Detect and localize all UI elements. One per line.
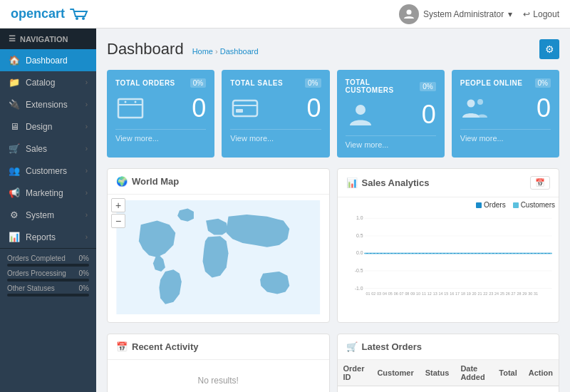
col-status: Status (420, 360, 455, 386)
svg-text:1.0: 1.0 (356, 215, 363, 220)
marketing-icon: 📢 (9, 187, 20, 198)
table-row-no-results: No results! (338, 386, 559, 393)
svg-text:15: 15 (444, 292, 448, 296)
status-bar-other-statuses: Other Statuses 0% (7, 284, 89, 296)
card-title: PEOPLE ONLINE (460, 79, 523, 87)
sidebar-item-label: Catalog (26, 78, 55, 88)
svg-text:22: 22 (483, 292, 487, 296)
sidebar-item-label: Customers (26, 166, 67, 176)
svg-text:28: 28 (517, 292, 521, 296)
svg-text:29: 29 (522, 292, 527, 296)
svg-text:24: 24 (494, 292, 499, 296)
svg-text:-1.0: -1.0 (354, 286, 363, 291)
sales-analytics-title: 📊 Sales Analytics (346, 177, 430, 188)
svg-point-4 (125, 101, 127, 103)
breadcrumb-current[interactable]: Dashboard (220, 47, 259, 56)
person-icon (346, 100, 375, 130)
stat-card-total-orders: TOTAL ORDERS 0% 0 View more... (107, 70, 214, 158)
svg-text:20: 20 (472, 292, 476, 296)
svg-text:11: 11 (421, 292, 425, 296)
view-more-link[interactable]: View more... (346, 135, 436, 149)
orders-icon: 🛒 (346, 341, 358, 352)
card-pct: 0% (535, 78, 551, 88)
date-range-button[interactable]: 📅 (530, 176, 550, 190)
svg-text:-0.5: -0.5 (354, 268, 363, 273)
zoom-in-button[interactable]: + (111, 198, 125, 212)
svg-text:05: 05 (388, 292, 392, 296)
stat-card-people-online: PEOPLE ONLINE 0% 0 View more... (452, 70, 559, 158)
chevron-right-icon: › (86, 100, 88, 108)
col-customer: Customer (371, 360, 419, 386)
view-more-link[interactable]: View more... (230, 129, 321, 143)
svg-text:01: 01 (366, 292, 370, 296)
status-pct: 0% (79, 269, 89, 277)
svg-text:03: 03 (377, 292, 381, 296)
zoom-out-button[interactable]: − (111, 214, 125, 228)
svg-rect-3 (118, 99, 142, 118)
status-label: Orders Completed (7, 254, 66, 262)
refresh-button[interactable]: ⚙ (539, 39, 559, 59)
logo: opencart (11, 6, 90, 21)
svg-text:19: 19 (466, 292, 470, 296)
customers-legend-dot (513, 202, 519, 208)
svg-text:0.0: 0.0 (356, 250, 363, 255)
system-icon: ⚙ (9, 210, 20, 220)
card-title: TOTAL CUSTOMERS (346, 78, 420, 94)
sidebar-item-customers[interactable]: 👥 Customers › (0, 160, 96, 182)
svg-rect-6 (233, 100, 257, 116)
svg-text:14: 14 (438, 292, 442, 296)
status-pct: 0% (79, 284, 89, 292)
svg-text:12: 12 (427, 292, 431, 296)
credit-card-icon (230, 93, 260, 123)
chart-legend: Orders Customers (476, 201, 555, 209)
sidebar-item-extensions[interactable]: 🔌 Extensions › (0, 93, 96, 115)
status-pct: 0% (79, 254, 89, 262)
svg-text:31: 31 (534, 292, 538, 296)
svg-text:16: 16 (450, 292, 454, 296)
sidebar-item-system[interactable]: ⚙ System › (0, 204, 96, 226)
svg-point-1 (82, 17, 85, 20)
svg-point-0 (76, 17, 78, 20)
view-more-link[interactable]: View more... (115, 129, 206, 143)
card-title: TOTAL SALES (230, 79, 283, 87)
orders-no-results: No results! (338, 386, 559, 393)
sidebar-item-sales[interactable]: 🛒 Sales › (0, 138, 96, 160)
view-more-link[interactable]: View more... (460, 129, 551, 143)
sidebar-item-design[interactable]: 🖥 Design › (0, 115, 96, 138)
svg-text:10: 10 (416, 292, 420, 296)
sidebar-item-label: Sales (26, 144, 47, 154)
stat-cards: TOTAL ORDERS 0% 0 View more... TOTAL S (107, 70, 559, 158)
svg-point-8 (356, 105, 366, 115)
svg-rect-7 (236, 109, 243, 113)
svg-text:18: 18 (460, 292, 465, 296)
page-title: Dashboard (107, 40, 184, 58)
map-controls: + − (111, 198, 125, 228)
logout-button[interactable]: ↩ Logout (523, 9, 559, 19)
svg-text:02: 02 (371, 292, 375, 296)
calendar-icon: 📅 (535, 178, 545, 187)
svg-text:04: 04 (382, 292, 386, 296)
status-label: Other Statuses (7, 284, 55, 292)
sidebar-item-catalog[interactable]: 📁 Catalog › (0, 71, 96, 93)
col-date-added: Date Added (455, 360, 493, 386)
orders-table-header: Order ID Customer Status Date Added Tota… (338, 360, 559, 386)
svg-text:06: 06 (393, 292, 398, 296)
sidebar-item-dashboard[interactable]: 🏠 Dashboard (0, 49, 96, 71)
group-icon (460, 93, 490, 123)
avatar (399, 4, 419, 24)
world-map-body: + − (108, 195, 329, 322)
status-label: Orders Processing (7, 269, 66, 277)
sidebar-item-reports[interactable]: 📊 Reports › (0, 226, 96, 248)
latest-orders-title: 🛒 Latest Orders (346, 341, 423, 352)
status-bar-orders-completed: Orders Completed 0% (7, 254, 89, 267)
sidebar-item-marketing[interactable]: 📢 Marketing › (0, 182, 96, 204)
svg-text:21: 21 (477, 292, 482, 296)
chevron-right-icon: › (86, 78, 88, 86)
middle-row: 🌍 World Map + − (107, 168, 559, 323)
user-menu[interactable]: System Administrator ▾ (399, 4, 512, 24)
sales-analytics-panel: 📊 Sales Analytics 📅 Orders (337, 168, 560, 323)
sales-chart-svg: 1.0 0.5 0.0 -0.5 -1.0 01 02 03 04 05 06 … (343, 202, 554, 305)
customers-icon: 👥 (9, 165, 20, 176)
breadcrumb-home[interactable]: Home (192, 47, 213, 56)
card-value: 0 (306, 93, 321, 123)
